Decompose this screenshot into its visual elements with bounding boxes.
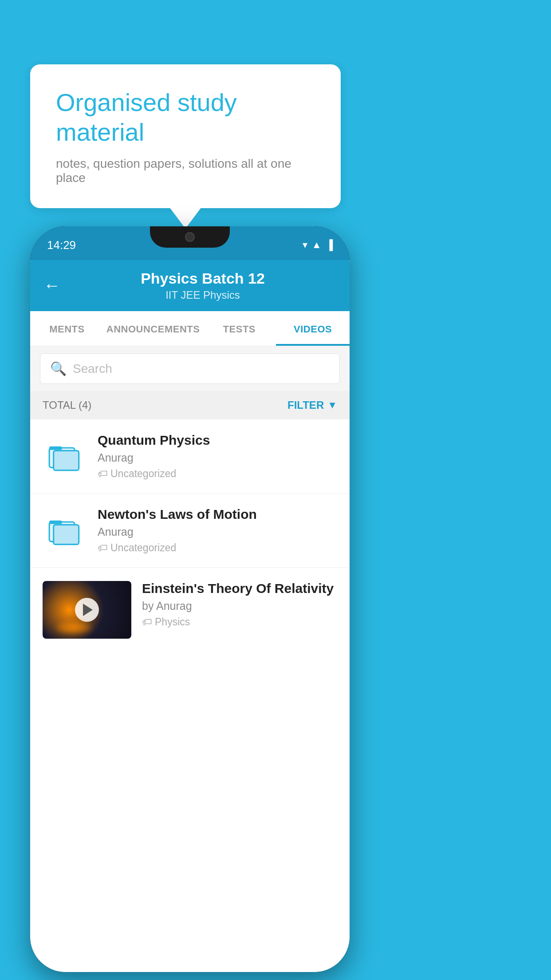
filter-button[interactable]: FILTER ▼ xyxy=(287,399,337,411)
folder-icon-container xyxy=(43,508,87,553)
search-bar-wrapper: 🔍 Search xyxy=(30,346,350,391)
header-title-group: Physics Batch 12 IIT JEE Physics xyxy=(69,270,336,301)
svg-rect-4 xyxy=(49,521,62,524)
notch xyxy=(150,226,230,248)
tag-label: Uncategorized xyxy=(110,542,176,554)
play-icon xyxy=(83,604,93,616)
app-header: ← Physics Batch 12 IIT JEE Physics xyxy=(30,260,350,311)
list-item[interactable]: Einstein's Theory Of Relativity by Anura… xyxy=(30,568,350,652)
battery-icon: ▐ xyxy=(326,239,333,251)
video-author: by Anurag xyxy=(142,600,337,612)
tab-tests[interactable]: TESTS xyxy=(202,311,276,346)
search-input[interactable]: Search xyxy=(73,362,112,376)
status-icons: ▾ ▲ ▐ xyxy=(303,239,333,251)
tab-documents[interactable]: MENTS xyxy=(30,311,104,346)
video-title: Einstein's Theory Of Relativity xyxy=(142,581,337,596)
total-count-label: TOTAL (4) xyxy=(43,399,91,411)
folder-icon-container xyxy=(43,434,87,478)
status-time: 14:29 xyxy=(47,238,76,252)
play-button[interactable] xyxy=(75,598,99,622)
video-title: Quantum Physics xyxy=(98,433,337,448)
video-thumbnail xyxy=(43,581,131,639)
speech-bubble-wrapper: Organised study material notes, question… xyxy=(30,64,341,208)
tag-label: Physics xyxy=(155,616,190,628)
total-filter-bar: TOTAL (4) FILTER ▼ xyxy=(30,391,350,419)
filter-label: FILTER xyxy=(287,399,324,411)
signal-icon: ▲ xyxy=(312,239,322,251)
tab-announcements[interactable]: ANNOUNCEMENTS xyxy=(104,311,203,346)
search-icon: 🔍 xyxy=(50,361,67,376)
video-tag: 🏷 Uncategorized xyxy=(98,542,337,554)
video-info: Quantum Physics Anurag 🏷 Uncategorized xyxy=(98,433,337,480)
phone-frame: 14:29 ▾ ▲ ▐ ← Physics Batch 12 IIT JEE P… xyxy=(30,226,350,972)
video-author: Anurag xyxy=(98,526,337,538)
tag-icon: 🏷 xyxy=(142,616,152,628)
speech-bubble: Organised study material notes, question… xyxy=(30,64,341,208)
front-camera xyxy=(185,232,195,242)
list-item[interactable]: Newton's Laws of Motion Anurag 🏷 Uncateg… xyxy=(30,494,350,568)
folder-icon xyxy=(48,514,82,547)
filter-icon: ▼ xyxy=(327,399,337,411)
tab-videos[interactable]: VIDEOS xyxy=(276,311,350,346)
app-screen: ← Physics Batch 12 IIT JEE Physics MENTS… xyxy=(30,260,350,972)
video-tag: 🏷 Uncategorized xyxy=(98,468,337,480)
video-info: Newton's Laws of Motion Anurag 🏷 Uncateg… xyxy=(98,507,337,554)
video-author: Anurag xyxy=(98,451,337,464)
video-info: Einstein's Theory Of Relativity by Anura… xyxy=(142,581,337,628)
tag-label: Uncategorized xyxy=(110,468,176,480)
wifi-icon: ▾ xyxy=(303,239,307,251)
video-title: Newton's Laws of Motion xyxy=(98,507,337,522)
phone-wrapper: 14:29 ▾ ▲ ▐ ← Physics Batch 12 IIT JEE P… xyxy=(30,226,350,972)
svg-rect-5 xyxy=(54,525,79,544)
folder-icon xyxy=(48,439,82,473)
search-bar[interactable]: 🔍 Search xyxy=(40,353,340,384)
tag-icon: 🏷 xyxy=(98,542,108,554)
header-subtitle: IIT JEE Physics xyxy=(69,289,336,301)
back-button[interactable]: ← xyxy=(43,276,60,295)
phone-screen: 14:29 ▾ ▲ ▐ ← Physics Batch 12 IIT JEE P… xyxy=(30,226,350,972)
bubble-title: Organised study material xyxy=(56,87,315,147)
page-title: Physics Batch 12 xyxy=(69,270,336,287)
list-item[interactable]: Quantum Physics Anurag 🏷 Uncategorized xyxy=(30,419,350,494)
svg-rect-1 xyxy=(49,447,62,450)
video-tag: 🏷 Physics xyxy=(142,616,337,628)
thumbnail-glow xyxy=(56,621,91,634)
video-list: Quantum Physics Anurag 🏷 Uncategorized xyxy=(30,419,350,972)
bubble-subtitle: notes, question papers, solutions all at… xyxy=(56,157,315,185)
tag-icon: 🏷 xyxy=(98,468,108,480)
svg-rect-2 xyxy=(54,450,79,470)
tabs-bar: MENTS ANNOUNCEMENTS TESTS VIDEOS xyxy=(30,311,350,346)
